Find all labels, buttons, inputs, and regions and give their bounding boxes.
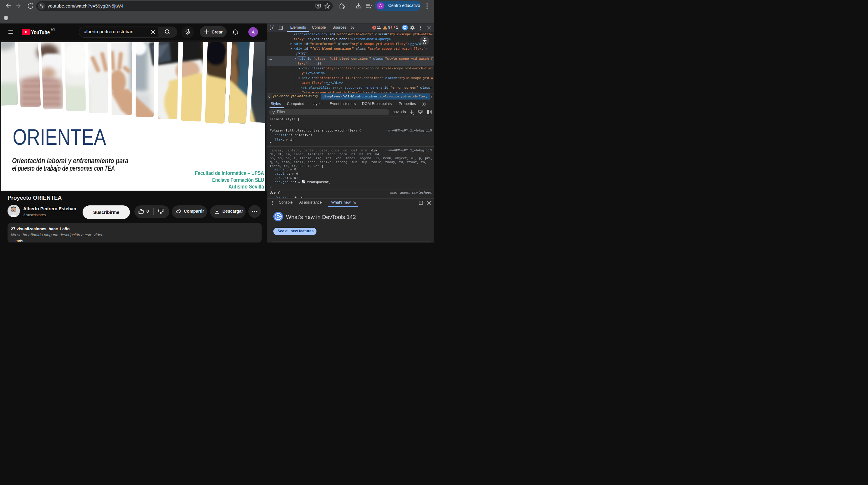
svg-text:Orientación laboral y entrenam: Orientación laboral y entrenamiento para	[12, 157, 128, 165]
svg-text:el puesto de trabajo de person: el puesto de trabajo de personas con TEA	[12, 164, 115, 172]
svg-text:YouTube: YouTube	[31, 29, 50, 36]
svg-text:ORIENTEA: ORIENTEA	[13, 124, 106, 150]
svg-text:Enclave Formación SLU: Enclave Formación SLU	[212, 177, 264, 183]
svg-text:Facultad de Informática – UPSA: Facultad de Informática – UPSA	[195, 170, 264, 176]
svg-text:Autismo Sevilla: Autismo Sevilla	[228, 183, 264, 190]
